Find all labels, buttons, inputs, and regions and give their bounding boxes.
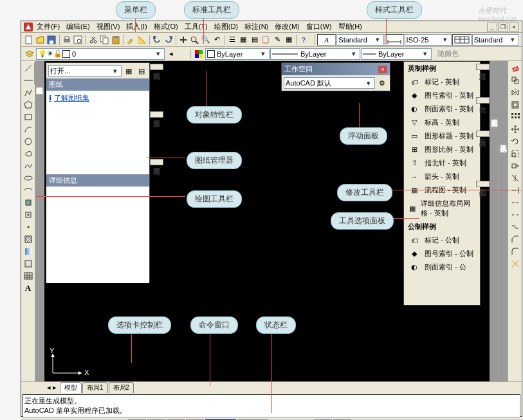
legend-item[interactable]: ◐剖面索引 - 公 (404, 260, 480, 274)
tab-layout1[interactable]: 布局1 (82, 382, 108, 393)
spline-icon[interactable] (23, 160, 34, 172)
tab-model[interactable]: 模型 (60, 382, 82, 393)
fillet-icon[interactable] (509, 246, 521, 257)
match-prop-icon[interactable] (125, 34, 136, 46)
legend-item[interactable]: 🏷标记 - 英制 (404, 75, 480, 89)
palette-bar-all[interactable]: 所有选项板 (490, 61, 499, 381)
arc-icon[interactable] (23, 123, 34, 135)
workspace-combo[interactable]: AutoCAD 默认▾ (284, 77, 375, 89)
new-icon[interactable] (24, 34, 35, 46)
layer-prev-icon[interactable]: ◂ (165, 48, 177, 60)
plot-preview-icon[interactable] (73, 34, 84, 46)
pan-icon[interactable] (178, 34, 189, 46)
rectangle-icon[interactable] (23, 111, 34, 123)
menu-window[interactable]: 窗口(W) (304, 21, 335, 33)
menu-dim[interactable]: 标注(N) (242, 21, 271, 33)
break-at-icon[interactable] (509, 197, 521, 208)
break-icon[interactable] (509, 209, 521, 221)
layer-manager-icon[interactable] (24, 48, 35, 60)
minimize-button[interactable]: _ (487, 23, 497, 32)
palette-tab-civil[interactable]: 土木工程 (476, 131, 490, 137)
properties-icon[interactable]: ☰ (227, 34, 238, 46)
undo-icon[interactable] (152, 34, 163, 46)
menu-draw[interactable]: 绘图(D) (212, 21, 241, 33)
gradient-icon[interactable] (23, 246, 34, 257)
close-button[interactable]: × (509, 23, 519, 32)
zoom-realtime-icon[interactable] (189, 34, 200, 46)
legend-item[interactable]: →箭头 - 英制 (404, 170, 480, 183)
pline-icon[interactable] (23, 87, 34, 98)
menu-format[interactable]: 格式(O) (151, 21, 181, 33)
side-tab-viewmgr[interactable]: 视图管理器 (150, 159, 163, 165)
menu-view[interactable]: 视图(V) (94, 21, 123, 33)
ssm-btn2[interactable]: ▤ (136, 65, 147, 77)
palette-bar-tools[interactable]: 工具选项板 (499, 61, 508, 381)
revcloud-icon[interactable] (23, 148, 34, 160)
rotate-icon[interactable] (509, 136, 521, 147)
textstyle-icon[interactable]: A (317, 34, 336, 46)
save-icon[interactable] (46, 34, 57, 46)
legend-item[interactable]: ◆图号索引 - 公制 (404, 247, 480, 260)
redo-icon[interactable] (163, 34, 174, 46)
ssm-learn-link[interactable]: ℹ 了解图纸集 (49, 93, 147, 103)
paste-icon[interactable] (110, 34, 121, 46)
point-icon[interactable] (23, 221, 34, 233)
help-icon[interactable]: ? (298, 34, 309, 46)
offset-icon[interactable] (509, 99, 521, 111)
print-icon[interactable] (61, 34, 72, 46)
palette-tab-metric[interactable]: 公制工具 (476, 181, 490, 187)
restore-button[interactable]: ❐ (498, 23, 508, 32)
mirror-icon[interactable] (509, 87, 521, 98)
chamfer-icon[interactable] (509, 233, 521, 245)
copy-obj-icon[interactable] (509, 75, 521, 86)
menu-file[interactable]: 文件(F) (34, 21, 62, 33)
copy-icon[interactable] (99, 34, 110, 46)
sheet-set-icon[interactable]: 📋 (261, 34, 271, 46)
palette-tab-elec[interactable]: 电力 (476, 97, 490, 104)
tablestyle-combo[interactable]: Standard▾ (472, 34, 519, 46)
palette-tab-arch[interactable]: 建筑 (476, 64, 490, 70)
menu-insert[interactable]: 插入(I) (124, 21, 149, 33)
move-icon[interactable] (509, 123, 521, 135)
markup-icon[interactable]: ✎ (272, 34, 283, 46)
ssm-open-combo[interactable]: 打开...▾ (48, 65, 122, 77)
color-control-icon[interactable] (193, 48, 205, 60)
zoom-window-icon[interactable]: 🔍 (201, 34, 212, 46)
cmd-prompt[interactable]: 命令: (24, 415, 518, 417)
table-icon[interactable] (23, 270, 34, 282)
menu-tools[interactable]: 工具(T) (182, 21, 210, 33)
insert-block-icon[interactable] (23, 197, 34, 208)
tab-layout2[interactable]: 布局2 (109, 382, 134, 393)
make-block-icon[interactable] (23, 209, 34, 221)
tool-palettes-icon[interactable]: ▤ (250, 34, 261, 46)
legend-item[interactable]: 🏷标记 - 公制 (404, 233, 480, 247)
close-icon[interactable]: × (378, 66, 387, 73)
ellipse-arc-icon[interactable] (23, 185, 34, 196)
scale-icon[interactable] (509, 148, 521, 160)
trim-icon[interactable] (509, 172, 521, 184)
workspace-panel[interactable]: 工作空间× AutoCAD 默认▾ ⚙ (281, 62, 390, 91)
legend-item[interactable]: ▽标高 - 英制 (404, 116, 480, 129)
polygon-icon[interactable] (23, 99, 34, 111)
legend-item[interactable]: ◐剖面索引 - 英制 (404, 102, 480, 116)
menu-edit[interactable]: 编辑(E) (64, 21, 93, 33)
legend-item[interactable]: ▭图形标题 - 英制 (404, 129, 480, 143)
hatch-icon[interactable] (23, 233, 34, 245)
legend-item[interactable]: ▦详细信息布局网格 - 英制 (404, 197, 480, 220)
ellipse-icon[interactable] (23, 172, 34, 184)
explode-icon[interactable] (509, 258, 521, 269)
workspace-title[interactable]: 工作空间× (282, 63, 390, 75)
dimstyle-combo[interactable]: ISO-25▾ (405, 34, 452, 46)
layer-combo[interactable]: 💡 ☀ 🔓 0▾ (36, 48, 165, 60)
color-combo[interactable]: ByLayer▾ (205, 48, 270, 60)
stretch-icon[interactable] (509, 160, 521, 172)
textstyle-combo[interactable]: Standard▾ (336, 34, 383, 46)
circle-icon[interactable] (23, 136, 34, 147)
region-icon[interactable] (23, 258, 34, 269)
mtext-icon[interactable]: A (23, 282, 34, 294)
workspace-settings-icon[interactable]: ⚙ (376, 77, 388, 89)
tablestyle-icon[interactable] (452, 34, 472, 46)
legend-item[interactable]: ◆图号索引 - 英制 (404, 89, 480, 102)
lineweight-combo[interactable]: ByLayer▾ (361, 48, 432, 60)
extend-icon[interactable] (509, 185, 521, 196)
